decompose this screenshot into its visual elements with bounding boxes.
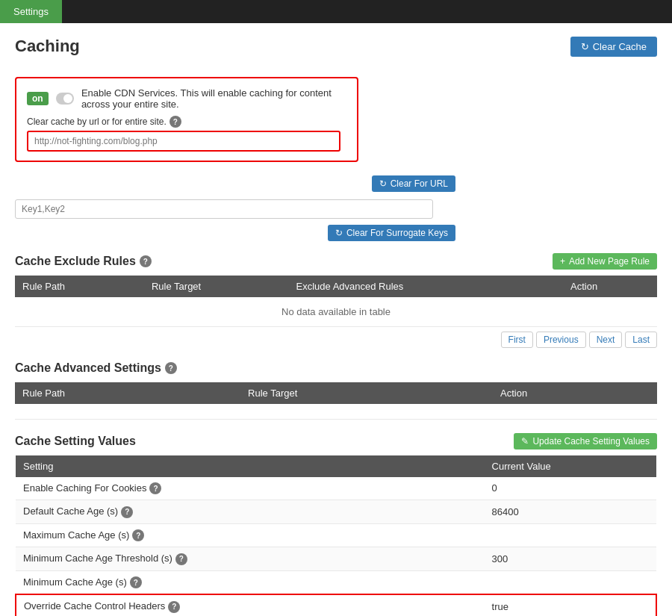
clear-surrogate-label: Clear For Surrogate Keys bbox=[346, 228, 448, 238]
setting-col-setting: Setting bbox=[16, 455, 485, 477]
update-cache-setting-button[interactable]: ✎ Update Cache Setting Values bbox=[514, 433, 657, 449]
setting-col-value: Current Value bbox=[485, 455, 656, 477]
clear-surrogate-button[interactable]: ↻ Clear For Surrogate Keys bbox=[328, 225, 455, 241]
cache-settings-table: Setting Current Value Enable Caching For… bbox=[15, 455, 657, 617]
page-title: Caching bbox=[15, 37, 80, 56]
table-row: Maximum Cache Age (s)? bbox=[16, 523, 656, 547]
cache-url-label: Clear cache by url or for entire site. ? bbox=[27, 116, 346, 128]
previous-page-button[interactable]: Previous bbox=[536, 332, 586, 348]
cache-advanced-table: Rule Path Rule Target Action bbox=[15, 382, 657, 420]
setting-value: 300 bbox=[485, 547, 656, 571]
setting-name: Minimum Cache Age (s)? bbox=[16, 570, 485, 594]
cdn-toggle-row: on Enable CDN Services. This will enable… bbox=[27, 87, 346, 110]
cache-setting-header: Cache Setting Values ✎ Update Cache Sett… bbox=[15, 433, 657, 449]
table-row: No data available in table bbox=[15, 297, 657, 327]
cache-url-help-icon[interactable]: ? bbox=[169, 116, 181, 128]
pencil-icon: ✎ bbox=[521, 436, 529, 447]
clear-cache-label: Clear Cache bbox=[593, 41, 647, 52]
table-row: Override Cache Control Headers?true bbox=[16, 594, 656, 616]
setting-name: Maximum Cache Age (s)? bbox=[16, 523, 485, 547]
cache-setting-title: Cache Setting Values bbox=[15, 435, 136, 448]
clear-for-url-label: Clear For URL bbox=[391, 178, 448, 189]
surrogate-row bbox=[15, 199, 657, 219]
table-row: Minimum Cache Age Threshold (s)?300 bbox=[16, 547, 656, 571]
setting-name: Override Cache Control Headers? bbox=[16, 594, 485, 616]
cache-advanced-title: Cache Advanced Settings ? bbox=[15, 361, 657, 375]
last-page-button[interactable]: Last bbox=[625, 332, 657, 348]
col-action: Action bbox=[563, 276, 657, 297]
url-input-row bbox=[27, 131, 346, 152]
cache-exclude-help-icon[interactable]: ? bbox=[140, 255, 152, 267]
setting-name: Minimum Cache Age Threshold (s)? bbox=[16, 547, 485, 571]
setting-value bbox=[485, 523, 656, 547]
setting-value: 86400 bbox=[485, 500, 656, 524]
table-row: Default Cache Age (s)?86400 bbox=[16, 500, 656, 524]
top-navigation: Settings bbox=[0, 0, 672, 23]
cdn-description: Enable CDN Services. This will enable ca… bbox=[81, 87, 346, 110]
setting-help-icon[interactable]: ? bbox=[121, 506, 133, 518]
page-content: Caching ↻ Clear Cache on Enable CDN Serv… bbox=[0, 23, 672, 616]
cache-advanced-help-icon[interactable]: ? bbox=[165, 362, 177, 374]
setting-value: true bbox=[485, 594, 656, 616]
setting-help-icon[interactable]: ? bbox=[168, 601, 180, 613]
cache-advanced-section: Cache Advanced Settings ? Rule Path Rule… bbox=[15, 361, 657, 420]
col-rule-path: Rule Path bbox=[15, 276, 144, 297]
setting-help-icon[interactable]: ? bbox=[149, 482, 161, 494]
add-page-rule-label: Add New Page Rule bbox=[569, 256, 650, 267]
adv-col-action: Action bbox=[493, 382, 657, 404]
setting-name: Default Cache Age (s)? bbox=[16, 500, 485, 524]
setting-help-icon[interactable]: ? bbox=[175, 553, 187, 565]
add-new-page-rule-button[interactable]: + Add New Page Rule bbox=[553, 253, 657, 270]
col-exclude-advanced: Exclude Advanced Rules bbox=[288, 276, 563, 297]
toggle-on-label[interactable]: on bbox=[27, 92, 49, 105]
toggle-switch[interactable] bbox=[56, 93, 74, 105]
cache-exclude-table: Rule Path Rule Target Exclude Advanced R… bbox=[15, 276, 657, 327]
setting-value bbox=[485, 570, 656, 594]
url-input[interactable] bbox=[27, 131, 340, 152]
surrogate-input[interactable] bbox=[15, 199, 433, 219]
setting-value: 0 bbox=[485, 477, 656, 500]
cache-exclude-header: Cache Exclude Rules ? + Add New Page Rul… bbox=[15, 253, 657, 270]
pagination: First Previous Next Last bbox=[15, 332, 657, 348]
refresh-icon-surrogate: ↻ bbox=[335, 228, 343, 238]
adv-col-rule-target: Rule Target bbox=[240, 382, 493, 404]
clear-cache-button[interactable]: ↻ Clear Cache bbox=[570, 37, 657, 57]
col-rule-target: Rule Target bbox=[144, 276, 289, 297]
cache-setting-section: Cache Setting Values ✎ Update Cache Sett… bbox=[15, 433, 657, 617]
refresh-icon: ↻ bbox=[581, 41, 589, 52]
update-cache-setting-label: Update Cache Setting Values bbox=[532, 436, 650, 447]
setting-name: Enable Caching For Cookies? bbox=[16, 477, 485, 500]
table-row bbox=[15, 404, 657, 419]
table-row: Enable Caching For Cookies?0 bbox=[16, 477, 656, 500]
settings-tab[interactable]: Settings bbox=[0, 0, 62, 23]
table-row: Minimum Cache Age (s)? bbox=[16, 570, 656, 594]
clear-for-url-button[interactable]: ↻ Clear For URL bbox=[372, 175, 455, 192]
first-page-button[interactable]: First bbox=[501, 332, 533, 348]
cdn-section: on Enable CDN Services. This will enable… bbox=[15, 77, 358, 162]
setting-help-icon[interactable]: ? bbox=[130, 576, 142, 588]
no-data-cell: No data available in table bbox=[15, 297, 657, 327]
plus-icon: + bbox=[560, 256, 565, 267]
setting-help-icon[interactable]: ? bbox=[132, 529, 144, 541]
next-page-button[interactable]: Next bbox=[589, 332, 623, 348]
page-header: Caching ↻ Clear Cache bbox=[15, 37, 657, 66]
adv-col-rule-path: Rule Path bbox=[15, 382, 240, 404]
refresh-icon-url: ↻ bbox=[379, 178, 387, 189]
cache-exclude-title: Cache Exclude Rules ? bbox=[15, 255, 152, 268]
